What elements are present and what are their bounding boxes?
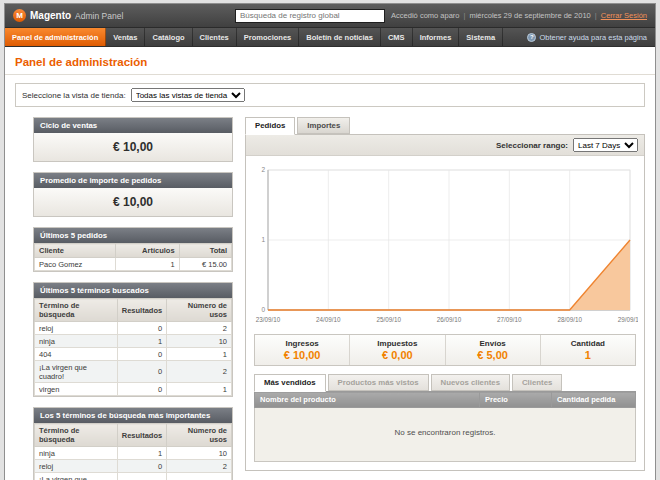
help-label: Obtener ayuda para esta página bbox=[539, 33, 647, 42]
svg-text:29/09/10: 29/09/10 bbox=[618, 316, 638, 323]
dashboard-columns: Ciclo de ventas € 10,00 Promedio de impo… bbox=[5, 113, 655, 480]
table-cell: ninja bbox=[35, 447, 118, 460]
help-link[interactable]: ? Obtener ayuda para esta página bbox=[519, 28, 655, 46]
table-cell: 0 bbox=[117, 383, 166, 396]
table-row: ¡La virgen que cuadro!02 bbox=[35, 361, 232, 383]
separator: | bbox=[595, 11, 597, 20]
tab-m-s-vendidos[interactable]: Más vendidos bbox=[254, 374, 326, 392]
tab-nuevos-clientes[interactable]: Nuevos clientes bbox=[431, 374, 510, 391]
table-cell: ninja bbox=[35, 335, 118, 348]
nav-items: Panel de administraciónVentasCatálogoCli… bbox=[5, 28, 503, 46]
total-label: Ingresos bbox=[257, 339, 347, 348]
nav-item-promociones[interactable]: Promociones bbox=[237, 28, 300, 46]
tab-importes[interactable]: Importes bbox=[297, 117, 350, 134]
range-label: Seleccionar rango: bbox=[496, 141, 568, 150]
column-header: Término de búsqueda bbox=[35, 424, 118, 447]
tab-clientes[interactable]: Clientes bbox=[512, 374, 562, 391]
table-cell: 10 bbox=[167, 447, 232, 460]
nav-item-cat-logo[interactable]: Catálogo bbox=[145, 28, 192, 46]
column-header: Resultados bbox=[117, 424, 166, 447]
separator: | bbox=[463, 11, 465, 20]
block-title: Últimos 5 pedidos bbox=[34, 228, 232, 243]
block-title: Promedio de importe de pedidos bbox=[34, 173, 232, 188]
table-cell: 1 bbox=[117, 335, 166, 348]
svg-text:1: 1 bbox=[261, 236, 265, 243]
nav-item-sistema[interactable]: Sistema bbox=[459, 28, 503, 46]
table-cell: 2 bbox=[167, 460, 232, 473]
lifetime-sales-value: € 10,00 bbox=[34, 133, 232, 161]
nav-item-panel-de-administraci-n[interactable]: Panel de administración bbox=[5, 28, 106, 46]
column-header: Nombre del producto bbox=[255, 392, 480, 408]
dashboard-main: PedidosImportes Seleccionar rango: Last … bbox=[245, 117, 645, 480]
orders-chart: 01223/09/1024/09/1025/09/1026/09/1027/09… bbox=[252, 162, 638, 326]
total-label: Envíos bbox=[448, 339, 538, 348]
tab-pedidos[interactable]: Pedidos bbox=[245, 117, 295, 135]
nav-item-informes[interactable]: Informes bbox=[413, 28, 460, 46]
column-header: Total bbox=[179, 244, 231, 258]
svg-text:24/09/10: 24/09/10 bbox=[316, 316, 341, 323]
total-env-os: Envíos€ 5,00 bbox=[445, 335, 540, 365]
svg-text:27/09/10: 27/09/10 bbox=[497, 316, 522, 323]
global-search-input[interactable] bbox=[235, 9, 385, 23]
table-cell: 1 bbox=[115, 258, 179, 271]
block-title: Últimos 5 términos buscados bbox=[34, 283, 232, 298]
table-cell: 2 bbox=[167, 322, 232, 335]
dashboard-tabs: PedidosImportes bbox=[245, 117, 645, 134]
table-cell: virgen bbox=[35, 383, 118, 396]
global-search bbox=[213, 9, 407, 23]
content: Panel de administración Seleccione la vi… bbox=[5, 47, 655, 480]
table-row: ¡La virgen que cuadro!02 bbox=[35, 473, 232, 480]
table-cell: 0 bbox=[117, 348, 166, 361]
range-select[interactable]: Last 7 Days bbox=[573, 138, 638, 152]
svg-text:0: 0 bbox=[261, 306, 265, 313]
store-view-bar: Seleccione la vista de tienda: Todas las… bbox=[15, 83, 645, 107]
lifetime-sales-block: Ciclo de ventas € 10,00 bbox=[33, 117, 233, 162]
nav-item-ventas[interactable]: Ventas bbox=[106, 28, 145, 46]
table-cell: 0 bbox=[117, 322, 166, 335]
total-label: Impuestos bbox=[352, 339, 442, 348]
total-value: € 0,00 bbox=[352, 349, 442, 361]
store-view-select[interactable]: Todas las vistas de tienda bbox=[131, 88, 245, 102]
left-column: Ciclo de ventas € 10,00 Promedio de impo… bbox=[33, 117, 233, 480]
table-row: virgen01 bbox=[35, 383, 232, 396]
empty-message: No se encontraron registros. bbox=[255, 408, 636, 462]
table-cell: 0 bbox=[117, 361, 166, 383]
column-header: Número de usos bbox=[167, 299, 232, 322]
column-header: Término de búsqueda bbox=[35, 299, 118, 322]
logout-link[interactable]: Cerrar Sesión bbox=[601, 11, 647, 20]
total-label: Cantidad bbox=[543, 339, 633, 348]
last-orders-block: Últimos 5 pedidos ClienteArtículosTotalP… bbox=[33, 227, 233, 272]
total-value: € 5,00 bbox=[448, 349, 538, 361]
nav-item-clientes[interactable]: Clientes bbox=[193, 28, 237, 46]
total-value: € 10,00 bbox=[257, 349, 347, 361]
average-order-block: Promedio de importe de pedidos € 10,00 bbox=[33, 172, 233, 217]
table-cell: 10 bbox=[167, 335, 232, 348]
table-row: Paco Gomez1€ 15.00 bbox=[35, 258, 232, 271]
logged-in-as: Accedió como aparo bbox=[391, 11, 459, 20]
range-bar: Seleccionar rango: Last 7 Days bbox=[246, 135, 644, 156]
empty-row: No se encontraron registros. bbox=[255, 408, 636, 462]
svg-text:25/09/10: 25/09/10 bbox=[376, 316, 401, 323]
table-row: ninja110 bbox=[35, 447, 232, 460]
svg-text:28/09/10: 28/09/10 bbox=[557, 316, 582, 323]
table-cell: 1 bbox=[167, 348, 232, 361]
column-header: Cantidad pedida bbox=[552, 392, 636, 408]
table-row: ninja110 bbox=[35, 335, 232, 348]
totals-row: Ingresos€ 10,00Impuestos€ 0,00Envíos€ 5,… bbox=[254, 334, 636, 366]
column-header: Artículos bbox=[115, 244, 179, 258]
nav-item-cms[interactable]: CMS bbox=[381, 28, 413, 46]
magento-logo-icon: M bbox=[13, 9, 26, 22]
total-cantidad: Cantidad1 bbox=[540, 335, 635, 365]
nav-item-bolet-n-de-noticias[interactable]: Boletín de noticias bbox=[299, 28, 381, 46]
average-order-value: € 10,00 bbox=[34, 188, 232, 216]
total-value: 1 bbox=[543, 349, 633, 361]
svg-text:23/09/10: 23/09/10 bbox=[256, 316, 281, 323]
table-row: reloj02 bbox=[35, 322, 232, 335]
tab-productos-m-s-vistos[interactable]: Productos más vistos bbox=[328, 374, 429, 391]
chart-area: 01223/09/1024/09/1025/09/1026/09/1027/09… bbox=[246, 156, 644, 328]
column-header: Precio bbox=[480, 392, 552, 408]
table-cell: 2 bbox=[167, 361, 232, 383]
table-cell: 2 bbox=[167, 473, 232, 480]
column-header: Número de usos bbox=[167, 424, 232, 447]
table-cell: 0 bbox=[117, 460, 166, 473]
